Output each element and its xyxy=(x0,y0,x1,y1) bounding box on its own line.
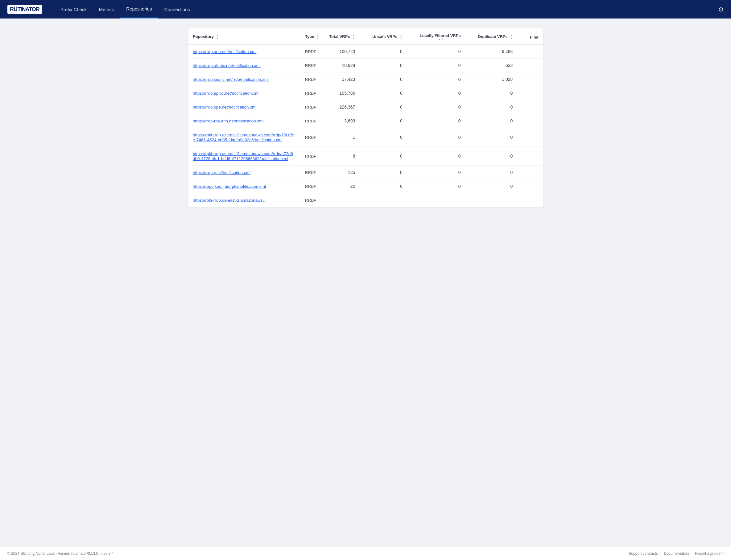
col-header-locally-filtered[interactable]: Locally Filtered VRPs ▲▼ xyxy=(415,28,473,45)
col-header-repository[interactable]: Repository ▲▼ xyxy=(188,28,300,45)
cell-repo: https://repo.kagl.me/rpki/notification.x… xyxy=(188,179,300,193)
cell-repo: https://rpki-rrdp.us-east-2.amazonaws.co… xyxy=(188,147,300,166)
main-content: Repository ▲▼ Type ▲▼ Total VRPs ▲▼ Un xyxy=(180,19,551,547)
nav-connections[interactable]: Connections xyxy=(158,0,196,19)
sort-icon-type: ▲▼ xyxy=(316,34,319,40)
repo-link[interactable]: https://rrdp.afrinic.net/notification.xm… xyxy=(193,63,261,68)
cell-final xyxy=(525,147,543,166)
repositories-table-card: Repository ▲▼ Type ▲▼ Total VRPs ▲▼ Un xyxy=(188,28,543,207)
cell-total-vrps: 105,786 xyxy=(324,86,367,100)
cell-unsafe-vrps xyxy=(367,193,415,207)
cell-total-vrps: 10,628 xyxy=(324,59,367,72)
cell-locally-filtered-vrps: 0 xyxy=(415,114,473,128)
table-row: https://repo.kagl.me/rpki/notification.x… xyxy=(188,179,543,193)
repo-link[interactable]: https://rpki-rrdp.us-east-2.amazonaws.co… xyxy=(193,151,293,161)
cell-duplicate-vrps: 0 xyxy=(473,128,525,147)
cell-duplicate-vrps: 0 xyxy=(473,166,525,179)
repo-link[interactable]: https://rpki-rrdp.us-east-2.amazonaws.co… xyxy=(193,133,294,142)
col-header-duplicate-vrps[interactable]: Duplicate VRPs ▲▼ xyxy=(473,28,525,45)
nav-metrics[interactable]: Metrics xyxy=(93,0,120,19)
footer-support-link[interactable]: Support contracts xyxy=(629,551,658,556)
cell-repo: https://rpki-rrdp.us-east-2.amazonaws… xyxy=(188,193,300,207)
logo-text: RÜTINATOR xyxy=(7,5,42,14)
cell-locally-filtered-vrps: 0 xyxy=(415,86,473,100)
cell-locally-filtered-vrps: 0 xyxy=(415,72,473,86)
cell-total-vrps: 100,720 xyxy=(324,45,367,59)
cell-duplicate-vrps: 0 xyxy=(473,114,525,128)
cell-type: RRDP xyxy=(300,147,324,166)
repo-link[interactable]: https://rrdp.ripe.net/notification.xml xyxy=(193,105,256,109)
cell-unsafe-vrps: 0 xyxy=(367,72,415,86)
footer-sep-2: - xyxy=(691,551,692,556)
table-row: https://rrdp.rp.ki/notification.xmlRRDP1… xyxy=(188,166,543,179)
repo-link[interactable]: https://rpki-rrdp.us-east-2.amazonaws… xyxy=(193,198,267,203)
table-row: https://rpki-rrdp.us-east-2.amazonaws.co… xyxy=(188,147,543,166)
table-header-row: Repository ▲▼ Type ▲▼ Total VRPs ▲▼ Un xyxy=(188,28,543,45)
cell-type: RRDP xyxy=(300,166,324,179)
cell-unsafe-vrps: 0 xyxy=(367,45,415,59)
cell-unsafe-vrps: 0 xyxy=(367,128,415,147)
sort-icon-unsafe-vrps: ▲▼ xyxy=(400,34,403,40)
footer-documentation-link[interactable]: Documentation xyxy=(664,551,689,556)
nav-repositories[interactable]: Repositories xyxy=(120,0,158,19)
cell-total-vrps: 135 xyxy=(324,166,367,179)
cell-final xyxy=(525,45,543,59)
cell-type: RRDP xyxy=(300,193,324,207)
cell-locally-filtered-vrps: 0 xyxy=(415,179,473,193)
cell-locally-filtered-vrps: 0 xyxy=(415,166,473,179)
repo-link[interactable]: https://rrdp.lacnic.net/rrdp/notificatio… xyxy=(193,77,269,82)
table-row: https://rrdp.arin.net/notification.xmlRR… xyxy=(188,45,543,59)
cell-final xyxy=(525,114,543,128)
cell-final xyxy=(525,86,543,100)
col-header-type[interactable]: Type ▲▼ xyxy=(300,28,324,45)
repo-link[interactable]: https://rrdp.rp.ki/notification.xml xyxy=(193,170,250,175)
cell-locally-filtered-vrps: 0 xyxy=(415,59,473,72)
cell-repo: https://rpki-rrdp.us-east-2.amazonaws.co… xyxy=(188,128,300,147)
cell-unsafe-vrps: 0 xyxy=(367,86,415,100)
cell-unsafe-vrps: 0 xyxy=(367,59,415,72)
col-header-unsafe-vrps[interactable]: Unsafe VRPs ▲▼ xyxy=(367,28,415,45)
cell-duplicate-vrps: 9,488 xyxy=(473,45,525,59)
table-body: https://rrdp.arin.net/notification.xmlRR… xyxy=(188,45,543,207)
col-header-final: Fina xyxy=(525,28,543,45)
repo-link[interactable]: https://rrdp.arin.net/notification.xml xyxy=(193,49,256,54)
repo-link[interactable]: https://rrdp-rps.arin.net/notification.x… xyxy=(193,119,264,123)
cell-repo: https://rrdp.ripe.net/notification.xml xyxy=(188,100,300,114)
cell-repo: https://rrdp.rp.ki/notification.xml xyxy=(188,166,300,179)
table-wrapper[interactable]: Repository ▲▼ Type ▲▼ Total VRPs ▲▼ Un xyxy=(188,28,543,207)
nav-prefix-check[interactable]: Prefix Check xyxy=(54,0,93,19)
footer-links: Support contracts - Documentation - Repo… xyxy=(629,551,724,556)
cell-locally-filtered-vrps: 0 xyxy=(415,128,473,147)
footer-copyright: © 2024 Stichting NLnet Labs - Version ro… xyxy=(7,551,114,556)
table-row: https://rrdp.afrinic.net/notification.xm… xyxy=(188,59,543,72)
cell-total-vrps xyxy=(324,193,367,207)
cell-total-vrps: 8 xyxy=(324,147,367,166)
table-row: https://rrdp-rps.arin.net/notification.x… xyxy=(188,114,543,128)
cell-duplicate-vrps: 0 xyxy=(473,179,525,193)
sort-icon-total-vrps: ▲▼ xyxy=(352,34,355,40)
cell-repo: https://rrdp.apnic.net/notification.xml xyxy=(188,86,300,100)
cell-final xyxy=(525,179,543,193)
repositories-table: Repository ▲▼ Type ▲▼ Total VRPs ▲▼ Un xyxy=(188,28,543,207)
cell-type: RRDP xyxy=(300,114,324,128)
cell-total-vrps: 3,693 xyxy=(324,114,367,128)
sort-icon-repository: ▲▼ xyxy=(216,34,219,40)
sort-icon-duplicate-vrps: ▲▼ xyxy=(510,34,513,40)
footer-report-link[interactable]: Report a problem xyxy=(695,551,724,556)
cell-type: RRDP xyxy=(300,179,324,193)
nav-links: Prefix Check Metrics Repositories Connec… xyxy=(54,0,718,19)
col-header-total-vrps[interactable]: Total VRPs ▲▼ xyxy=(324,28,367,45)
cell-repo: https://rrdp.lacnic.net/rrdp/notificatio… xyxy=(188,72,300,86)
logo-link[interactable]: RÜTINATOR xyxy=(7,5,42,14)
cell-duplicate-vrps xyxy=(473,193,525,207)
table-row: https://rrdp.apnic.net/notification.xmlR… xyxy=(188,86,543,100)
settings-icon[interactable]: ⊙ xyxy=(718,6,724,13)
cell-duplicate-vrps: 0 xyxy=(473,100,525,114)
repo-link[interactable]: https://rrdp.apnic.net/notification.xml xyxy=(193,91,259,96)
cell-locally-filtered-vrps: 0 xyxy=(415,100,473,114)
cell-type: RRDP xyxy=(300,45,324,59)
repo-link[interactable]: https://repo.kagl.me/rpki/notification.x… xyxy=(193,184,266,189)
footer: © 2024 Stichting NLnet Labs - Version ro… xyxy=(0,547,731,560)
cell-type: RRDP xyxy=(300,72,324,86)
table-row: https://rrdp.lacnic.net/rrdp/notificatio… xyxy=(188,72,543,86)
